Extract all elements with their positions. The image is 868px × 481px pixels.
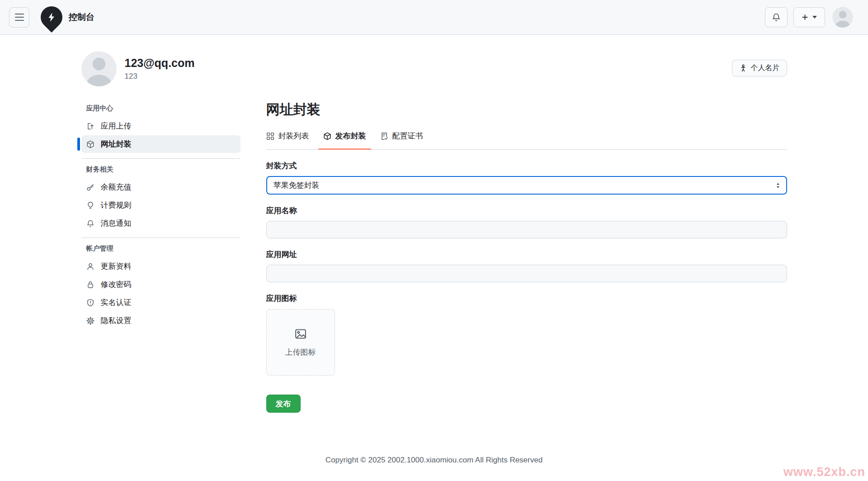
package-icon [323, 132, 331, 140]
lightbulb-icon [86, 201, 94, 210]
profile-summary: 123@qq.com 123 [81, 51, 195, 86]
sidebar-item-label: 余额充值 [101, 182, 132, 192]
file-check-icon [380, 132, 388, 140]
app-url-input[interactable] [266, 265, 787, 282]
watermark: www.52xb.cn [783, 465, 865, 479]
profile-texts: 123@qq.com 123 [125, 57, 195, 81]
sidebar-item-privacy-settings[interactable]: 隐私设置 [81, 312, 241, 329]
sidebar-item-label: 网址封装 [101, 139, 132, 149]
publish-form: 封装方式 苹果免签封装 应用名称 应用网址 应用图 [266, 161, 787, 413]
app-logo [36, 2, 67, 33]
copyright-text: Copyright © 2025 2002.1000.xiaomiou.com … [326, 456, 542, 464]
sidebar-item-label: 隐私设置 [101, 315, 132, 326]
page-container: 123@qq.com 123 个人名片 应用中心 [81, 51, 787, 413]
sidebar-item-app-upload[interactable]: 应用上传 [81, 117, 241, 135]
image-icon [294, 328, 307, 340]
app-icon-label: 应用图标 [266, 293, 787, 304]
header-right: + [765, 7, 853, 28]
profile-row: 123@qq.com 123 个人名片 [81, 51, 787, 86]
personal-card-button[interactable]: 个人名片 [732, 60, 787, 76]
sidebar-item-balance-recharge[interactable]: 余额充值 [81, 178, 241, 196]
menu-button[interactable] [9, 7, 29, 28]
app-title: 控制台 [69, 11, 94, 23]
app-name-input[interactable] [266, 221, 787, 238]
bell-icon [86, 219, 94, 228]
shield-icon [86, 299, 94, 307]
sidebar-divider [81, 158, 241, 159]
bolt-logo-icon [46, 12, 57, 23]
content-row: 应用中心 应用上传 网址封装 [81, 100, 787, 413]
upload-icon-dropzone[interactable]: 上传图标 [266, 309, 335, 376]
footer: Copyright © 2025 2002.1000.xiaomiou.com … [0, 456, 868, 465]
tab-publish-package[interactable]: 发布封装 [323, 127, 366, 149]
publish-button[interactable]: 发布 [266, 395, 301, 413]
app-name-label: 应用名称 [266, 205, 787, 216]
upload-icon-label: 上传图标 [285, 347, 316, 357]
sidebar-item-label: 修改密码 [101, 279, 132, 290]
tab-package-list[interactable]: 封装列表 [266, 127, 309, 149]
method-select-wrap: 苹果免签封装 [266, 176, 787, 195]
profile-username: 123 [125, 72, 195, 81]
bell-icon [772, 13, 781, 22]
sidebar: 应用中心 应用上传 网址封装 [81, 100, 241, 330]
header-left: 控制台 [9, 6, 94, 28]
tab-configure-certificate[interactable]: 配置证书 [380, 127, 423, 149]
create-button[interactable]: + [793, 7, 825, 27]
main-content: 网址封装 封装列表 [266, 100, 787, 413]
sidebar-section-account: 帐户管理 [81, 244, 241, 253]
sidebar-item-update-profile[interactable]: 更新资料 [81, 257, 241, 275]
tab-bar: 封装列表 发布封装 [266, 127, 787, 150]
sidebar-item-label: 计费规则 [101, 200, 132, 210]
method-label: 封装方式 [266, 161, 787, 171]
tab-label: 配置证书 [392, 131, 423, 141]
sidebar-item-label: 实名认证 [101, 297, 132, 308]
package-icon [86, 140, 94, 148]
key-icon [86, 183, 94, 191]
sidebar-item-notifications[interactable]: 消息通知 [81, 214, 241, 232]
sidebar-item-real-name-verify[interactable]: 实名认证 [81, 294, 241, 311]
person-standing-icon [739, 64, 747, 72]
sidebar-item-label: 应用上传 [101, 121, 132, 131]
tab-label: 封装列表 [278, 131, 309, 141]
personal-card-label: 个人名片 [751, 63, 780, 73]
apps-grid-icon [266, 132, 274, 140]
sidebar-item-url-package[interactable]: 网址封装 [81, 135, 241, 153]
sidebar-item-change-password[interactable]: 修改密码 [81, 276, 241, 293]
profile-email: 123@qq.com [125, 57, 195, 70]
sidebar-section-app-center: 应用中心 [81, 104, 241, 113]
caret-down-icon [812, 16, 817, 19]
person-icon [86, 262, 94, 271]
sidebar-item-label: 更新资料 [101, 261, 132, 271]
sidebar-item-label: 消息通知 [101, 218, 132, 229]
plus-icon: + [802, 12, 808, 23]
method-select[interactable]: 苹果免签封装 [266, 176, 787, 195]
header-avatar[interactable] [832, 7, 853, 28]
sidebar-divider [81, 238, 241, 238]
lock-icon [86, 281, 94, 289]
profile-avatar[interactable] [81, 51, 117, 86]
notifications-button[interactable] [765, 7, 788, 27]
sidebar-section-finance: 财务相关 [81, 165, 241, 174]
hamburger-icon [15, 14, 24, 14]
sidebar-item-billing-rules[interactable]: 计费规则 [81, 196, 241, 214]
upload-icon [86, 122, 94, 130]
app-url-label: 应用网址 [266, 249, 787, 260]
app-header: 控制台 + [0, 0, 868, 35]
tab-label: 发布封装 [335, 131, 366, 141]
gear-icon [86, 317, 94, 325]
page-title: 网址封装 [266, 100, 787, 119]
